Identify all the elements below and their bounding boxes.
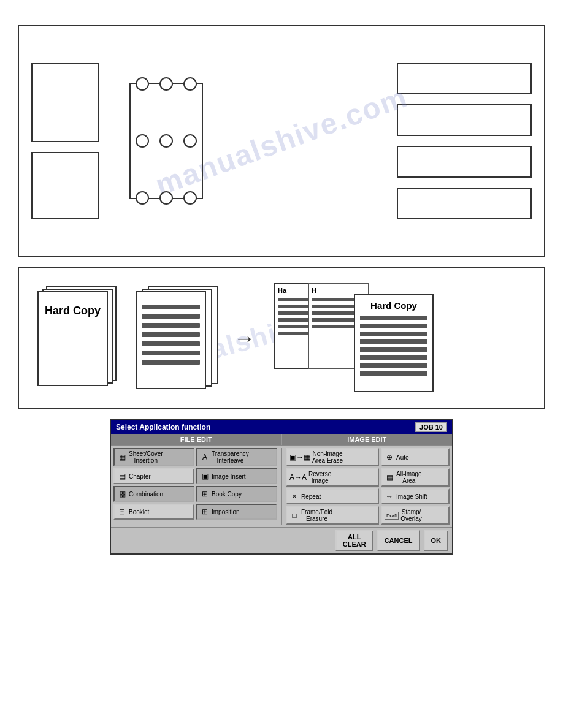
left-page-top [31, 63, 99, 142]
hole-bm [159, 191, 173, 205]
dialog-body: ▦ Sheet/CoverInsertion A TransparencyInt… [111, 446, 452, 527]
right-bars [397, 63, 532, 219]
os-front: Hard Copy [354, 294, 434, 392]
dialog-wrapper: Select Application function JOB 10 FILE … [110, 419, 453, 555]
hole-tl [136, 77, 149, 91]
book-copy-icon: ⊞ [200, 490, 210, 498]
image-insert-btn[interactable]: ▣ Image Insert [196, 468, 277, 484]
image-edit-col: ▣→▦ Non-imageArea Erase ⊕ Auto A→A Rever… [286, 448, 450, 525]
stamp-overlay-btn[interactable]: Draft Stamp/Overlay [381, 506, 450, 525]
combination-label: Combination [129, 491, 163, 498]
sheet-cover-icon: ▦ [117, 453, 127, 461]
os-fline-5 [360, 347, 427, 352]
booklet-icon: ⊟ [117, 507, 127, 516]
os-fline-8 [360, 371, 427, 376]
binding-top-holes [131, 77, 202, 91]
hole-tr [183, 77, 197, 91]
combination-btn[interactable]: ▩ Combination [113, 486, 194, 502]
ps-front [136, 291, 206, 389]
copy-diagram-box: manualshive.com Hard Copy → [18, 267, 545, 409]
sheet-cover-btn[interactable]: ▦ Sheet/CoverInsertion [113, 448, 194, 466]
reverse-label: ReverseImage [308, 471, 331, 484]
non-image-erase-btn[interactable]: ▣→▦ Non-imageArea Erase [286, 448, 379, 466]
right-bar-1 [397, 63, 532, 94]
row-2: ▤ Chapter ▣ Image Insert [113, 468, 277, 484]
ps-line-3 [142, 323, 200, 328]
hole-br [183, 191, 197, 205]
auto-btn[interactable]: ⊕ Auto [381, 448, 450, 466]
transparency-btn[interactable]: A TransparencyInterleave [196, 448, 277, 466]
chapter-btn[interactable]: ▤ Chapter [113, 468, 194, 484]
pages-stack [136, 286, 215, 390]
image-insert-icon: ▣ [200, 472, 210, 480]
ps-lines [137, 292, 205, 370]
right-bar-3 [397, 146, 532, 178]
chapter-label: Chapter [129, 473, 151, 480]
file-edit-col: ▦ Sheet/CoverInsertion A TransparencyInt… [113, 448, 277, 525]
ps-line-1 [142, 305, 200, 309]
job-badge: JOB 10 [415, 422, 447, 432]
os-fline-4 [360, 339, 427, 344]
os-fline-7 [360, 363, 427, 368]
frame-fold-btn[interactable]: □ Frame/FoldErasure [286, 506, 379, 525]
repeat-icon: × [289, 492, 299, 501]
hole-mm [159, 134, 173, 148]
hc-title: Hard Copy [45, 305, 101, 318]
imposition-label: Imposition [212, 509, 240, 515]
repeat-btn[interactable]: × Repeat [286, 488, 379, 504]
image-edit-header: IMAGE EDIT [282, 434, 453, 445]
flow-arrow: → [234, 325, 256, 351]
bottom-divider [12, 561, 551, 561]
auto-label: Auto [396, 454, 409, 461]
ok-btn[interactable]: OK [424, 530, 449, 551]
hole-mr [183, 134, 197, 148]
hc-front: Hard Copy [37, 291, 108, 386]
cancel-btn[interactable]: CANCEL [377, 530, 420, 551]
all-image-icon: ▤ [385, 473, 394, 482]
left-page-bottom [31, 152, 99, 219]
output-stack: Ha H Hard Copy [274, 283, 452, 393]
ps-line-7 [142, 360, 200, 365]
combination-icon: ▩ [117, 490, 127, 498]
stamp-icon: Draft [385, 512, 399, 520]
top-diagram-box: manualshive.com [18, 25, 545, 257]
ps-line-6 [142, 351, 200, 355]
reverse-image-btn[interactable]: A→A ReverseImage [286, 468, 379, 487]
hole-ml [136, 134, 149, 148]
transparency-label: TransparencyInterleave [212, 450, 249, 464]
hard-copy-source: Hard Copy [37, 286, 117, 390]
image-shift-btn[interactable]: ↔ Image Shift [381, 488, 450, 504]
os-fline-2 [360, 324, 427, 328]
image-insert-label: Image Insert [212, 473, 246, 480]
file-edit-header: FILE EDIT [111, 434, 282, 445]
sheet-cover-label: Sheet/CoverInsertion [129, 450, 163, 464]
all-clear-btn[interactable]: ALLCLEAR [335, 530, 373, 551]
ok-label: OK [431, 537, 442, 544]
book-copy-btn[interactable]: ⊞ Book Copy [196, 486, 277, 502]
os-front-lines [355, 313, 432, 378]
ps-line-4 [142, 332, 200, 337]
img-row-3: × Repeat ↔ Image Shift [286, 488, 450, 504]
ps-line-5 [142, 341, 200, 346]
right-bar-4 [397, 188, 532, 219]
all-image-btn[interactable]: ▤ All-imageArea [381, 468, 450, 487]
image-shift-label: Image Shift [396, 493, 427, 500]
img-row-4: □ Frame/FoldErasure Draft Stamp/Overlay [286, 506, 450, 525]
booklet-label: Booklet [129, 509, 149, 515]
all-clear-label: ALLCLEAR [343, 533, 366, 548]
imposition-btn[interactable]: ⊞ Imposition [196, 504, 277, 520]
all-image-label: All-imageArea [396, 471, 422, 484]
binding-bot-holes [131, 191, 202, 205]
repeat-label: Repeat [301, 493, 321, 500]
booklet-btn[interactable]: ⊟ Booklet [113, 504, 194, 520]
stamp-label: Stamp/Overlay [400, 509, 421, 522]
center-binding [129, 83, 203, 199]
binding-frame [129, 83, 203, 199]
transparency-icon: A [200, 453, 210, 461]
right-bar-2 [397, 104, 532, 136]
os-front-title: Hard Copy [355, 295, 432, 313]
row-1: ▦ Sheet/CoverInsertion A TransparencyInt… [113, 448, 277, 466]
auto-icon: ⊕ [385, 453, 394, 461]
row-4: ⊟ Booklet ⊞ Imposition [113, 504, 277, 520]
ps-line-2 [142, 314, 200, 319]
